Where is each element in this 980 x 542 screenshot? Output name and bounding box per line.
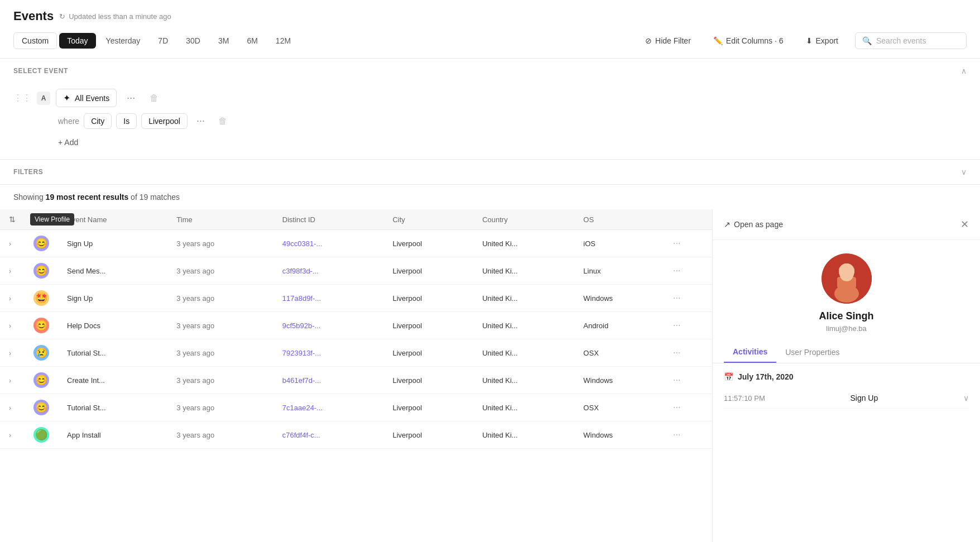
row-distinct-id: b461ef7d-...	[273, 367, 384, 394]
sort-icon[interactable]: ⇅	[9, 215, 16, 224]
drag-handle[interactable]: ⋮⋮	[13, 93, 31, 103]
liverpool-chip[interactable]: Liverpool	[141, 113, 188, 129]
tab-7d[interactable]: 7D	[150, 33, 176, 49]
distinct-id-link[interactable]: b461ef7d-...	[282, 376, 321, 385]
row-more-cell: ···	[664, 421, 712, 449]
distinct-id-link[interactable]: c76fdf4f-c...	[282, 431, 320, 439]
expand-button[interactable]: ›	[9, 267, 11, 275]
table-row: › 😊 View Profile Sign Up 3 years ago 49c…	[0, 230, 712, 257]
tab-30d[interactable]: 30D	[178, 33, 208, 49]
open-as-page-button[interactable]: ↗ Open as page	[724, 220, 783, 229]
row-more-button[interactable]: ···	[673, 375, 680, 385]
avatar: 🤩	[33, 290, 49, 306]
tab-today[interactable]: Today	[59, 33, 95, 49]
distinct-id-link[interactable]: 117a8d9f-...	[282, 294, 321, 303]
search-box[interactable]: 🔍 Search events	[855, 32, 967, 49]
select-event-header[interactable]: SELECT EVENT ∧	[0, 59, 980, 83]
external-link-icon: ↗	[724, 220, 731, 229]
row-more-button[interactable]: ···	[673, 348, 680, 358]
row-more-button[interactable]: ···	[673, 402, 680, 413]
tab-3m[interactable]: 3M	[210, 33, 237, 49]
expand-button[interactable]: ›	[9, 349, 11, 357]
distinct-id-link[interactable]: 7c1aae24-...	[282, 404, 323, 412]
event-selector[interactable]: ✦ All Events	[56, 89, 117, 107]
row-more-button[interactable]: ···	[673, 430, 680, 440]
row-city: Liverpool	[383, 367, 473, 394]
row-more-cell: ···	[664, 367, 712, 394]
distinct-id-link[interactable]: 7923913f-...	[282, 349, 321, 357]
row-event: Send Mes...	[58, 257, 167, 285]
user-name: Alice Singh	[819, 310, 873, 322]
select-event-section: SELECT EVENT ∧ ⋮⋮ A ✦ All Events ··· 🗑 w…	[0, 59, 980, 160]
col-city[interactable]: City	[383, 209, 473, 230]
export-button[interactable]: ⬇ Export	[800, 33, 844, 49]
table-row: › 😊 Tutorial St... 3 years ago 7c1aae24-…	[0, 394, 712, 421]
row-more-button[interactable]: ···	[673, 238, 680, 248]
row-expand-cell: ›	[0, 394, 25, 421]
chevron-up-icon: ∧	[961, 66, 967, 75]
expand-button[interactable]: ›	[9, 240, 11, 248]
row-time: 3 years ago	[167, 339, 273, 367]
row-avatar-cell: 😊 View Profile	[25, 230, 58, 257]
filters-header[interactable]: FILTERS ∨	[0, 160, 980, 184]
row-time: 3 years ago	[167, 285, 273, 312]
city-chip[interactable]: City	[84, 113, 112, 129]
tab-user-properties[interactable]: User Properties	[776, 342, 848, 363]
col-time[interactable]: Time	[167, 209, 273, 230]
expand-button[interactable]: ›	[9, 377, 11, 385]
row-more-button[interactable]: ···	[673, 266, 680, 276]
tab-12m[interactable]: 12M	[268, 33, 299, 49]
col-event-name[interactable]: Event Name	[58, 209, 167, 230]
refresh-icon: ↻	[59, 12, 65, 21]
row-more-button[interactable]: ···	[673, 320, 680, 330]
event-more-button[interactable]: ···	[122, 90, 140, 106]
where-more-button[interactable]: ···	[192, 113, 209, 129]
download-icon: ⬇	[806, 36, 813, 45]
add-button[interactable]: + Add	[13, 135, 123, 150]
tab-yesterday[interactable]: Yesterday	[98, 33, 148, 49]
row-distinct-id: 7923913f-...	[273, 339, 384, 367]
avatar: 🟢	[33, 427, 49, 443]
row-more-button[interactable]: ···	[673, 293, 680, 303]
expand-button[interactable]: ›	[9, 404, 11, 412]
tab-activities[interactable]: Activities	[724, 342, 776, 363]
row-country: United Ki...	[473, 230, 574, 257]
where-delete-button[interactable]: 🗑	[214, 114, 232, 128]
row-os: Windows	[574, 367, 664, 394]
tab-custom[interactable]: Custom	[13, 32, 57, 49]
expand-button[interactable]: ›	[9, 295, 11, 303]
row-os: iOS	[574, 230, 664, 257]
col-distinct-id[interactable]: Distinct ID	[273, 209, 384, 230]
distinct-id-link[interactable]: 49cc0381-...	[282, 239, 323, 248]
hide-filter-button[interactable]: ⊘ Hide Filter	[640, 33, 696, 49]
table-header-row: ⇅ Event Name Time Distinct ID City Count…	[0, 209, 712, 230]
close-panel-button[interactable]: ✕	[960, 218, 969, 231]
row-avatar-cell: 😊	[25, 367, 58, 394]
row-expand-cell: ›	[0, 339, 25, 367]
col-sort[interactable]: ⇅	[0, 209, 25, 230]
row-country: United Ki...	[473, 394, 574, 421]
avatar: 😊	[33, 263, 49, 279]
distinct-id-link[interactable]: 9cf5b92b-...	[282, 322, 321, 330]
table-row: › 😊 Create Int... 3 years ago b461ef7d-.…	[0, 367, 712, 394]
edit-columns-button[interactable]: ✏️ Edit Columns · 6	[708, 33, 789, 49]
expand-button[interactable]: ›	[9, 322, 11, 330]
col-os[interactable]: OS	[574, 209, 664, 230]
event-delete-button[interactable]: 🗑	[145, 91, 163, 105]
activity-expand-button[interactable]: ∨	[963, 394, 969, 402]
activity-event: 11:57:10 PM Sign Up ∨	[724, 388, 969, 409]
tab-6m[interactable]: 6M	[239, 33, 265, 49]
avatar: 😢	[33, 345, 49, 361]
row-city: Liverpool	[383, 257, 473, 285]
row-event: Help Docs	[58, 312, 167, 339]
is-chip[interactable]: Is	[116, 113, 137, 129]
distinct-id-link[interactable]: c3f98f3d-...	[282, 267, 319, 275]
expand-button[interactable]: ›	[9, 431, 11, 439]
row-event: App Install	[58, 421, 167, 449]
row-country: United Ki...	[473, 367, 574, 394]
row-country: United Ki...	[473, 312, 574, 339]
toolbar-actions: ⊘ Hide Filter ✏️ Edit Columns · 6 ⬇ Expo…	[640, 32, 967, 49]
row-country: United Ki...	[473, 285, 574, 312]
col-country[interactable]: Country	[473, 209, 574, 230]
table-row: › 😢 Tutorial St... 3 years ago 7923913f-…	[0, 339, 712, 367]
